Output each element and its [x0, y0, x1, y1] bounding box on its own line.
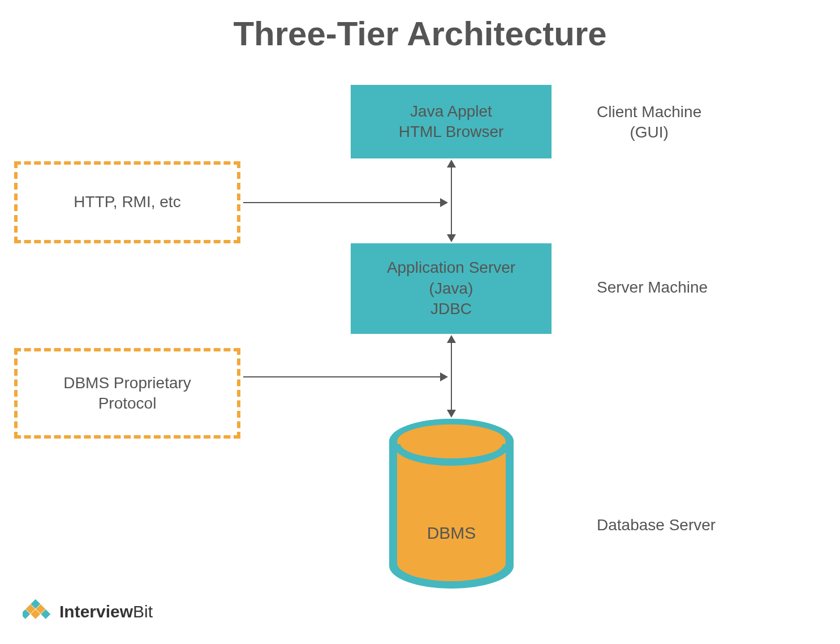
server-box-line1: Application Server: [387, 257, 515, 278]
protocol-http-text: HTTP, RMI, etc: [74, 192, 180, 212]
protocol-dbms-line1: DBMS Proprietary: [63, 373, 191, 393]
server-box-line3: JDBC: [430, 299, 472, 319]
client-tier-label: Client Machine (GUI): [597, 102, 701, 143]
database-label: DBMS: [389, 523, 514, 543]
server-tier-label: Server Machine: [597, 277, 708, 298]
interviewbit-logo: InterviewBit: [23, 599, 153, 624]
client-box-line2: HTML Browser: [399, 122, 504, 142]
diagram-title: Three-Tier Architecture: [0, 14, 840, 53]
logo-text: InterviewBit: [59, 602, 153, 621]
protocol-dbms-line2: Protocol: [98, 393, 157, 414]
server-box-line2: (Java): [429, 278, 473, 299]
database-cylinder: DBMS: [389, 419, 514, 589]
database-tier-label: Database Server: [597, 515, 716, 535]
server-box: Application Server (Java) JDBC: [351, 243, 552, 334]
protocol-dbms-box: DBMS Proprietary Protocol: [14, 348, 240, 439]
client-box: Java Applet HTML Browser: [351, 85, 552, 158]
logo-icon: [23, 599, 54, 624]
client-box-line1: Java Applet: [410, 101, 492, 122]
protocol-http-box: HTTP, RMI, etc: [14, 161, 240, 243]
svg-point-1: [397, 424, 506, 458]
